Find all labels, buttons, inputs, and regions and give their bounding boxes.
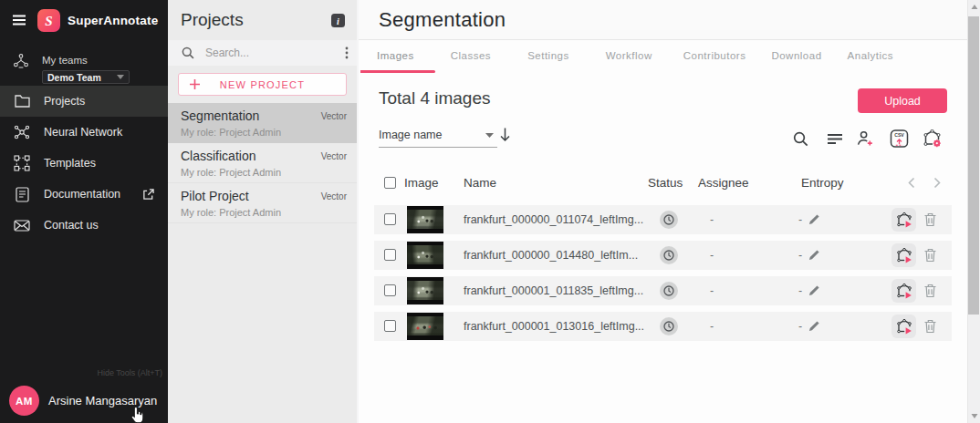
annotate-button[interactable] <box>891 279 916 303</box>
scrollbar-thumb[interactable] <box>968 16 979 315</box>
image-thumbnail[interactable] <box>407 206 443 233</box>
annotate-button[interactable] <box>891 243 916 267</box>
sidebar-item-label: Projects <box>44 95 85 108</box>
tab-settings[interactable]: Settings <box>509 40 588 73</box>
sidebar-nav: ProjectsNeural NetworkTemplatesDocumenta… <box>0 86 168 241</box>
plus-icon <box>189 78 201 90</box>
project-role: My role: Project Admin <box>181 127 344 138</box>
scroll-down-icon[interactable] <box>971 412 978 419</box>
page-title: Segmentation <box>379 8 506 32</box>
sidebar-item-contact-us[interactable]: Contact us <box>0 210 168 241</box>
column-header-assignee: Assignee <box>698 176 749 190</box>
avatar: AM <box>9 386 39 416</box>
page-prev-icon[interactable] <box>908 177 915 189</box>
column-header-entropy: Entropy <box>801 176 844 190</box>
annotate-button[interactable] <box>891 315 916 338</box>
tab-contributors[interactable]: Contributors <box>671 40 759 73</box>
edit-entropy-icon[interactable] <box>808 249 820 261</box>
sort-field-select[interactable]: Image name <box>379 129 497 148</box>
my-teams-label: My teams <box>42 55 88 66</box>
projects-panel-title: Projects <box>181 10 244 30</box>
upload-button[interactable]: Upload <box>858 88 947 113</box>
status-pending-icon <box>660 211 678 229</box>
status-pending-icon <box>660 282 678 300</box>
sidebar-header: S SuperAnnotate <box>0 0 168 40</box>
annotation-settings-icon[interactable] <box>922 129 942 149</box>
my-teams-section: My teams Demo Team <box>0 40 168 84</box>
row-checkbox[interactable] <box>384 284 396 296</box>
column-header-status: Status <box>648 176 683 190</box>
tab-classes[interactable]: Classes <box>433 40 509 73</box>
status-pending-icon <box>660 246 678 264</box>
tab-images[interactable]: Images <box>359 40 433 73</box>
row-checkbox[interactable] <box>384 213 396 225</box>
sidebar-item-documentation[interactable]: Documentation <box>0 179 168 210</box>
project-role: My role: Project Admin <box>181 167 344 178</box>
tab-bar: ImagesClassesSettingsWorkflowContributor… <box>359 40 967 73</box>
sidebar-item-projects[interactable]: Projects <box>0 86 168 117</box>
page-next-icon[interactable] <box>933 177 941 189</box>
row-checkbox[interactable] <box>384 249 396 261</box>
project-name: Segmentation <box>181 108 344 123</box>
assign-user-icon[interactable] <box>855 129 875 149</box>
filter-icon[interactable] <box>825 129 845 149</box>
tab-download[interactable]: Download <box>758 40 834 73</box>
project-item-pilot-project[interactable]: Pilot ProjectVectorMy role: Project Admi… <box>168 183 357 223</box>
info-icon[interactable]: i <box>331 14 345 27</box>
sort-direction-icon[interactable] <box>498 127 512 142</box>
image-thumbnail[interactable] <box>407 313 443 340</box>
tab-analytics[interactable]: Analytics <box>835 40 907 73</box>
edit-entropy-icon[interactable] <box>808 320 820 332</box>
projects-panel-header: Projects i <box>168 0 357 40</box>
image-table: frankfurt_000000_011074_leftImg... - - f… <box>374 205 952 347</box>
delete-icon[interactable] <box>923 212 937 227</box>
project-item-segmentation[interactable]: SegmentationVectorMy role: Project Admin <box>168 103 357 143</box>
assignee-value: - <box>710 249 714 262</box>
delete-icon[interactable] <box>923 284 937 298</box>
delete-icon[interactable] <box>923 319 937 334</box>
assignee-value: - <box>710 320 714 333</box>
search-placeholder: Search... <box>205 46 249 59</box>
sidebar-item-label: Neural Network <box>44 126 122 139</box>
tab-workflow[interactable]: Workflow <box>588 40 671 73</box>
project-search[interactable]: Search... <box>168 40 357 66</box>
project-type: Vector <box>321 111 347 121</box>
sort-field-value: Image name <box>379 129 442 141</box>
edit-entropy-icon[interactable] <box>808 284 820 296</box>
csv-upload-icon[interactable]: CSV <box>889 129 909 149</box>
active-tab-underline <box>360 70 435 73</box>
project-type: Vector <box>321 151 347 161</box>
menu-icon[interactable] <box>13 15 26 26</box>
select-all-checkbox[interactable] <box>384 177 396 189</box>
user-name: Arsine Mangasaryan <box>48 394 157 408</box>
annotate-button[interactable] <box>891 208 916 232</box>
search-images-icon[interactable] <box>790 129 810 149</box>
sidebar-item-templates[interactable]: Templates <box>0 148 168 179</box>
table-row[interactable]: frankfurt_000001_013016_leftImg... - - <box>374 312 952 341</box>
brand-title: SuperAnnotate <box>68 14 158 27</box>
delete-icon[interactable] <box>923 248 937 263</box>
column-header-image: Image <box>404 176 439 190</box>
table-row[interactable]: frankfurt_000001_011835_leftImg... - - <box>374 276 952 305</box>
sidebar-item-label: Contact us <box>44 219 99 232</box>
image-thumbnail[interactable] <box>407 277 443 304</box>
scroll-up-icon[interactable] <box>971 4 978 11</box>
folder-icon <box>14 95 30 108</box>
image-thumbnail[interactable] <box>407 242 443 269</box>
project-item-classification[interactable]: ClassificationVectorMy role: Project Adm… <box>168 143 357 183</box>
new-project-button[interactable]: NEW PROJECT <box>178 73 347 96</box>
kebab-menu-icon[interactable] <box>345 46 349 59</box>
table-row[interactable]: frankfurt_000000_011074_leftImg... - - <box>374 205 952 234</box>
new-project-label: NEW PROJECT <box>220 79 305 90</box>
edit-entropy-icon[interactable] <box>808 213 820 225</box>
sidebar-item-neural-network[interactable]: Neural Network <box>0 117 168 148</box>
row-checkbox[interactable] <box>384 320 396 332</box>
entropy-value: - <box>798 213 802 226</box>
svg-text:i: i <box>337 15 339 26</box>
assignee-value: - <box>710 213 714 226</box>
main-header: Segmentation <box>359 0 967 40</box>
table-row[interactable]: frankfurt_000000_014480_leftIm... - - <box>374 241 952 270</box>
team-selector[interactable]: Demo Team <box>42 70 130 84</box>
image-name: frankfurt_000001_013016_leftImg... <box>464 320 644 333</box>
project-name: Pilot Project <box>181 189 344 203</box>
